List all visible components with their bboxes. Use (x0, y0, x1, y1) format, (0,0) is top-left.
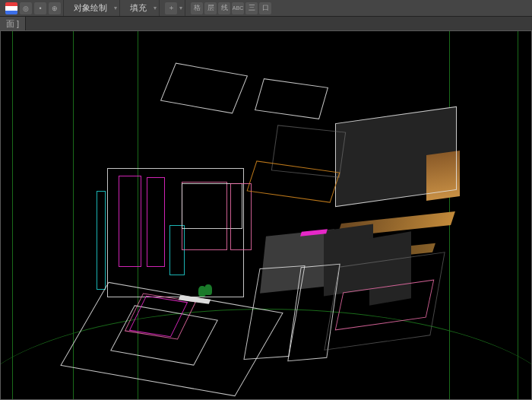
line-icon[interactable]: 线 (218, 2, 230, 14)
label-bar: 面 ] (0, 17, 532, 31)
globe-icon[interactable]: ⊕ (49, 2, 61, 14)
main-toolbar: ◎ • ⊕ 对象绘制 ▾ 填充 ▾ ＋ ▾ 格 层 线 ABC 三 口 (0, 0, 532, 17)
chevron-down-icon: ▾ (154, 5, 157, 11)
wire-plane (255, 78, 328, 119)
plus-icon[interactable]: ＋ (165, 2, 177, 14)
toolbar-segment-left: ◎ • ⊕ (3, 0, 64, 16)
plant-object (204, 284, 212, 295)
wire-pink (230, 183, 252, 250)
chevron-down-icon: ▾ (179, 5, 182, 11)
viewport-perspective[interactable] (0, 30, 532, 400)
dot-icon[interactable]: • (34, 2, 46, 14)
layer-icon[interactable]: 层 (204, 2, 217, 14)
toolbar-dropdown-2[interactable]: 填充 (125, 2, 151, 14)
toolbar-plus-seg: ＋ ▾ (163, 0, 185, 16)
grid-line (12, 31, 13, 399)
grid-line (518, 31, 518, 399)
grid-icon[interactable]: 格 (191, 2, 203, 14)
toolbar-dropdown-1[interactable]: 对象绘制 (69, 2, 112, 14)
target-icon[interactable]: ◎ (20, 2, 32, 14)
view-mode-label[interactable]: 面 ] (0, 17, 26, 31)
frame-icon[interactable]: 口 (259, 2, 271, 14)
wire-magenta (119, 176, 141, 267)
list-icon[interactable]: 三 (245, 2, 258, 14)
wire-magenta (147, 177, 165, 267)
wire-box (335, 106, 457, 207)
wire-cyan (97, 191, 106, 290)
toolbar-dropdown-2-seg: 填充 ▾ (123, 0, 160, 16)
abc-icon[interactable]: ABC (232, 2, 244, 14)
chevron-down-icon: ▾ (114, 5, 117, 11)
toolbar-dropdown-1-seg: 对象绘制 ▾ (67, 0, 120, 16)
toolbar-segment-right: 格 层 线 ABC 三 口 (188, 0, 274, 16)
model-wireframe[interactable] (92, 69, 464, 389)
flag-icon[interactable] (5, 2, 17, 14)
wire-plane (160, 63, 248, 114)
